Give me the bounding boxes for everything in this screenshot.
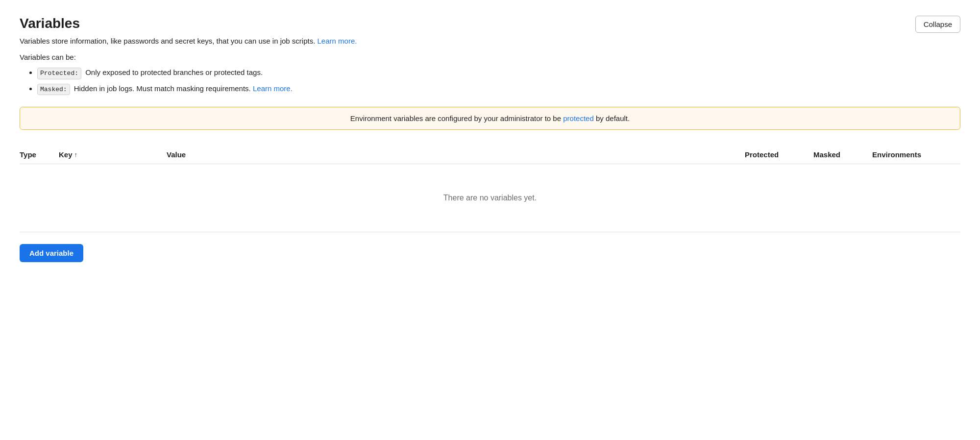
column-protected: Protected <box>745 150 813 159</box>
table-header: Type Key ↑ Value Protected Masked Enviro… <box>20 146 960 164</box>
add-variable-button[interactable]: Add variable <box>20 244 83 262</box>
protected-description: Only exposed to protected branches or pr… <box>85 68 263 76</box>
column-key[interactable]: Key ↑ <box>59 150 167 159</box>
list-item-protected: Protected: Only exposed to protected bra… <box>37 67 960 79</box>
column-masked: Masked <box>813 150 872 159</box>
protected-badge: Protected: <box>37 68 81 79</box>
bullet-list: Protected: Only exposed to protected bra… <box>20 67 960 95</box>
info-banner-text-before: Environment variables are configured by … <box>350 114 561 122</box>
learn-more-link-masked[interactable]: Learn more. <box>253 84 293 93</box>
description-text: Variables store information, like passwo… <box>20 37 960 45</box>
variables-table: Type Key ↑ Value Protected Masked Enviro… <box>20 146 960 232</box>
masked-description: Hidden in job logs. Must match masking r… <box>74 84 253 93</box>
list-item-masked: Masked: Hidden in job logs. Must match m… <box>37 83 960 96</box>
info-banner: Environment variables are configured by … <box>20 107 960 130</box>
column-value: Value <box>167 150 745 159</box>
collapse-button[interactable]: Collapse <box>915 16 960 33</box>
sort-ascending-icon: ↑ <box>74 151 78 158</box>
description-static: Variables store information, like passwo… <box>20 37 315 45</box>
variables-can-be-intro: Variables can be: <box>20 53 960 61</box>
learn-more-link-description[interactable]: Learn more. <box>318 37 357 45</box>
page-title: Variables <box>20 16 80 31</box>
info-banner-text-after: by default. <box>596 114 630 122</box>
empty-state-message: There are no variables yet. <box>20 164 960 232</box>
masked-badge: Masked: <box>37 84 70 96</box>
info-banner-protected-link[interactable]: protected <box>563 114 594 122</box>
column-environments: Environments <box>872 150 960 159</box>
column-type: Type <box>20 150 59 159</box>
